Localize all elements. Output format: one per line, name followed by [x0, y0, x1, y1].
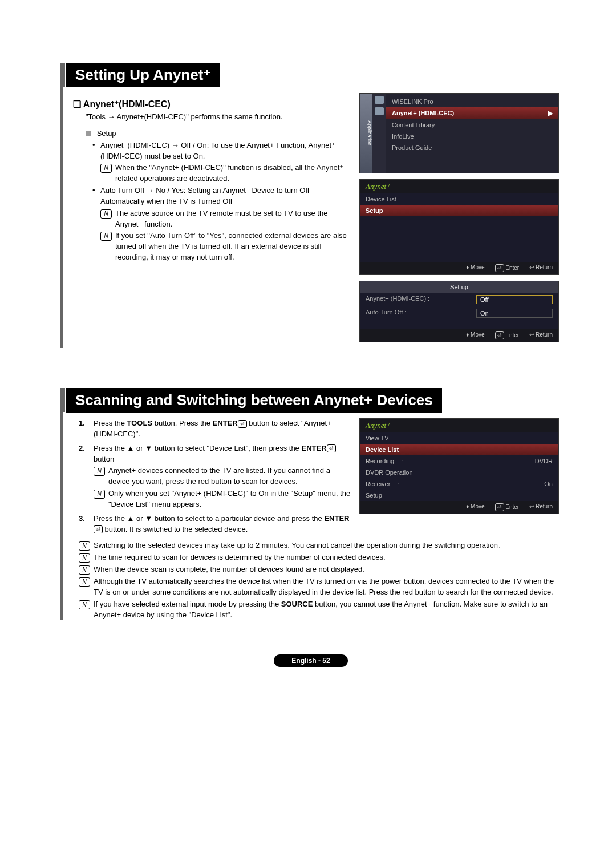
menu-item-selected: Setup: [360, 205, 558, 216]
menu-item: Device List: [360, 193, 558, 205]
note: N Anynet+ devices connected to the TV ar…: [94, 466, 351, 487]
menu-item: View TV: [360, 432, 558, 444]
enter-icon: ⏎: [94, 525, 103, 533]
menu-icon: [375, 107, 384, 115]
note: N When the "Anynet+ (HDMI-CEC)" function…: [100, 163, 351, 184]
enter-icon: ⏎: [495, 331, 504, 339]
tv-screenshot-anynet-menu: Anynet⁺ Device List Setup ♦ Move ⏎ Enter…: [359, 179, 559, 275]
value-box-selected: Off: [476, 295, 553, 304]
menu-item: Setup: [360, 490, 558, 501]
note-icon: N: [100, 164, 112, 173]
setting-row: Auto Turn Off : On: [360, 306, 558, 320]
note: N Although the TV automatically searches…: [79, 576, 559, 598]
note: N If you set "Auto Turn Off" to "Yes", c…: [100, 231, 351, 263]
setup-bullet-1: Anynet⁺(HDMI-CEC) → Off / On: To use the…: [90, 140, 351, 184]
step-2: 2. Press the ▲ or ▼ button to select "De…: [79, 443, 351, 510]
subhead-anynet-hdmi-cec: Anynet⁺(HDMI-CEC): [73, 99, 351, 110]
brand-label: Anynet⁺: [360, 180, 558, 193]
menu-item: DVDR Operation: [360, 467, 558, 478]
step-number: 3.: [79, 514, 85, 524]
menu-item-selected: Device List: [360, 444, 558, 455]
page-footer: English - 52: [274, 654, 348, 667]
hint-bar: ♦ Move ⏎ Enter ↩ Return: [360, 501, 558, 514]
icon-column: [372, 94, 386, 173]
enter-icon: ⏎: [327, 444, 336, 452]
enter-icon: ⏎: [495, 264, 504, 272]
step-number: 1.: [79, 418, 85, 429]
note-icon: N: [79, 600, 90, 609]
setup-bullet-2: Auto Turn Off → No / Yes: Setting an Any…: [90, 185, 351, 263]
setup-label: Setup: [97, 129, 116, 138]
note: N The active source on the TV remote mus…: [100, 208, 351, 230]
note-icon: N: [94, 490, 105, 499]
menu-item: Product Guide: [386, 142, 558, 153]
note: N When the device scan is complete, the …: [79, 564, 559, 575]
tv-screenshot-application-menu: Application WISELINK Pro Anynet+ (HDMI-C…: [359, 93, 559, 173]
note-icon: N: [79, 577, 90, 587]
note-icon: N: [79, 541, 90, 551]
menu-item: Recording : DVDR: [360, 455, 558, 467]
note: N The time required to scan for devices …: [79, 552, 559, 563]
note-icon: N: [79, 553, 90, 563]
note: N If you have selected external input mo…: [79, 599, 559, 621]
note-icon: N: [100, 209, 112, 219]
note: N Only when you set "Anynet+ (HDMI-CEC)"…: [94, 488, 351, 510]
menu-item-selected: Anynet+ (HDMI-CEC)▶: [386, 107, 558, 119]
menu-item: InfoLive: [386, 131, 558, 142]
section-border: [60, 388, 65, 620]
menu-item: WISELINK Pro: [386, 96, 558, 107]
note: N Switching to the selected devices may …: [79, 540, 559, 551]
enter-icon: ⏎: [495, 503, 504, 511]
step-1: 1. Press the TOOLS button. Press the ENT…: [79, 418, 351, 440]
menu-item: Receiver : On: [360, 478, 558, 490]
step-number: 2.: [79, 443, 85, 454]
setting-row: Anynet+ (HDMI-CEC) : Off: [360, 293, 558, 306]
menu-icon: [375, 96, 384, 104]
chevron-right-icon: ▶: [548, 110, 553, 117]
value-box: On: [476, 309, 553, 318]
side-tab-application: Application: [360, 94, 372, 173]
square-bullet-icon: [86, 131, 91, 136]
step-3: 3. Press the ▲ or ▼ button to select to …: [79, 514, 351, 535]
hint-bar: ♦ Move ⏎ Enter ↩ Return: [360, 329, 558, 342]
section-setting-up: Setting Up Anynet⁺ Anynet⁺(HDMI-CEC) "To…: [63, 63, 559, 348]
tv-screenshot-setup: Set up Anynet+ (HDMI-CEC) : Off Auto Tur…: [359, 281, 559, 342]
tv-screenshot-device-list: Anynet⁺ View TV Device List Recording : …: [359, 418, 559, 514]
hint-bar: ♦ Move ⏎ Enter ↩ Return: [360, 262, 558, 274]
section-border: [60, 63, 65, 348]
menu-item: Content Library: [386, 119, 558, 131]
panel-title: Set up: [360, 281, 558, 293]
brand-label: Anynet⁺: [360, 419, 558, 432]
section-title: Setting Up Anynet⁺: [66, 63, 220, 87]
intro-text: "Tools → Anynet+(HDMI-CEC)" performs the…: [86, 112, 351, 123]
section-scanning-switching: Scanning and Switching between Anynet+ D…: [63, 388, 559, 620]
note-icon: N: [94, 467, 105, 476]
enter-icon: ⏎: [238, 420, 247, 428]
note-icon: N: [79, 565, 90, 575]
note-icon: N: [100, 232, 112, 241]
section-title: Scanning and Switching between Anynet+ D…: [66, 388, 442, 413]
